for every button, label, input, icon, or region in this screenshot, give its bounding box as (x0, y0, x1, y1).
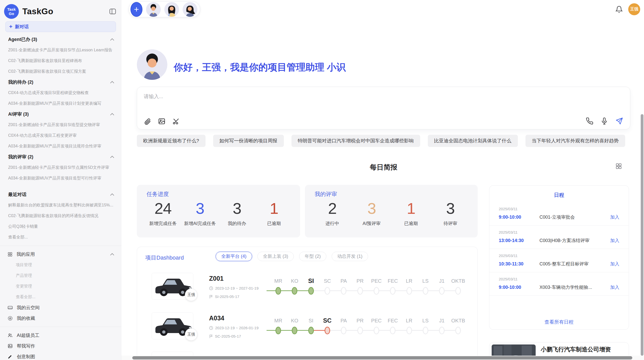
sidebar-item-ai-staff[interactable]: AI超级员工 (0, 330, 121, 341)
new-chat-button[interactable]: + 新对话 (5, 21, 116, 32)
join-meeting-link[interactable]: 加入 (610, 261, 619, 267)
list-item[interactable]: C02-飞腾新能源轻客改款项目的闭环通告反馈情况 (0, 211, 121, 221)
stat-new-done: 24 新增完成任务 (144, 200, 182, 227)
chat-input[interactable] (137, 87, 630, 112)
clock-icon (209, 326, 213, 330)
list-item[interactable]: Z001-全新燃油轻卡产品开发项目SI节点属性5D文件评审 (0, 162, 121, 173)
sidebar-item-product-mgmt[interactable]: 产品管理 (0, 270, 121, 281)
list-item[interactable]: 公司Q3轻卡销量 (0, 221, 121, 232)
filter-all-platform[interactable]: 全新平台 (4) (216, 252, 252, 261)
image-upload-icon[interactable] (158, 117, 166, 125)
suggestion-chip[interactable]: 比亚迪全固态电池计划具体说了什么 (428, 135, 518, 147)
milestone-dot (341, 287, 346, 295)
scissors-icon[interactable] (172, 117, 180, 125)
sidebar-item-cloud-space[interactable]: 我的云空间 (0, 302, 121, 313)
view-all-schedule-link[interactable]: 查看所有日程 (489, 319, 629, 325)
project-flag-milestone: SC-2025-05-17 (209, 334, 241, 338)
layout-grid-icon[interactable] (616, 163, 622, 169)
plus-icon: + (9, 24, 12, 29)
sidebar-item-my-apps[interactable]: 我的应用 (0, 249, 121, 260)
milestone-dot (357, 287, 363, 295)
chevron-up-icon[interactable] (110, 193, 114, 196)
user-avatar[interactable]: 王强 (628, 3, 640, 15)
join-meeting-link[interactable]: 加入 (610, 284, 619, 290)
star-badge-icon (8, 316, 13, 321)
agent-avatar-3[interactable] (183, 2, 197, 17)
schedule-name: C003|H0B-方案冻结评审 (539, 237, 607, 244)
people-icon (8, 333, 13, 338)
section-my-review[interactable]: 我的评审 (2) (0, 152, 121, 162)
chevron-up-icon[interactable] (110, 253, 114, 256)
card-title: 任务进度 (147, 190, 169, 198)
project-dates: 2023-12-19 ~ 2027-01-19 (209, 286, 259, 290)
suggestion-chip[interactable]: 当下年轻人对汽车外观有怎样的喜好趋势 (525, 135, 625, 147)
stat-overdue: 1 已逾期 (256, 200, 293, 227)
section-my-todo[interactable]: 我的待办 (2) (0, 77, 121, 87)
milestone-label-active: SI (308, 277, 314, 285)
suggestion-chip[interactable]: 特朗普可能对进口汽车增税会对中国车企造成哪些影响 (291, 135, 420, 147)
app-logo: Task Go (4, 4, 19, 19)
add-agent-button[interactable]: + (130, 2, 142, 17)
pen-icon (8, 354, 13, 359)
view-all-chats[interactable]: 查看全部... (0, 232, 121, 243)
schedule-date: 2025/03/11 (499, 207, 619, 211)
chevron-up-icon[interactable] (110, 113, 114, 116)
list-item[interactable]: 解释最新出台的欧盟报废车法规再生塑料比例被调至15%... (0, 200, 121, 211)
join-meeting-link[interactable]: 加入 (610, 237, 619, 244)
schedule-time: 9:00-10:00 (499, 215, 539, 220)
milestone-label: MR (274, 317, 282, 324)
milestone-label: LS (422, 317, 429, 324)
vertical-scrollbar-thumb[interactable] (641, 114, 643, 356)
section-recent-chats[interactable]: 最近对话 (0, 189, 121, 200)
sidebar-item-change-mgmt[interactable]: 变更管理 (0, 281, 121, 292)
milestone-dot (308, 327, 314, 334)
stat-review-overdue: 1 已逾期 (391, 200, 431, 227)
filter-year-model[interactable]: 年型 (2) (299, 252, 326, 261)
list-item[interactable]: Z001-全新燃油皮卡产品开发项目SI节点Lesson Learn报告 (0, 45, 121, 55)
card-title: 我的评审 (315, 190, 337, 198)
chevron-up-icon[interactable] (110, 81, 114, 84)
attachment-icon[interactable] (144, 117, 151, 125)
list-item[interactable]: C02-飞腾新能源轻客改款项目里程碑画布 (0, 55, 121, 66)
sidebar-item-help-write[interactable]: 帮我写作 (0, 341, 121, 351)
filter-new-body[interactable]: 全新上装 (3) (257, 252, 294, 261)
send-icon[interactable] (615, 117, 623, 125)
agent-avatar-2[interactable] (164, 2, 179, 17)
list-item[interactable]: Z001-全新燃油轻卡产品开发项目SI造型提交物评审 (0, 119, 121, 130)
daily-briefing-title: 每日简报 (137, 163, 630, 172)
section-ai-review[interactable]: AI评审 (3) (0, 109, 121, 119)
sidebar-item-creative-draw[interactable]: 创意制图 (0, 351, 121, 360)
join-meeting-link[interactable]: 加入 (610, 214, 619, 220)
suggestion-chip[interactable]: 如何写一份清晰的项目周报 (213, 135, 284, 147)
list-item[interactable]: C02-飞腾新能源轻客改款项目立项汇报方案 (0, 66, 121, 77)
horizontal-scrollbar-thumb[interactable] (132, 356, 632, 359)
project-flag-milestone: SI-2025-05-17 (209, 294, 239, 299)
milestone-dot (439, 327, 445, 334)
chevron-up-icon[interactable] (110, 156, 114, 158)
list-item[interactable]: C0X4-动力总成开发项目SI里程碑提交物检查 (0, 87, 121, 98)
section-agent-done[interactable]: Agent已办 (3) (0, 34, 121, 45)
suggestion-chip[interactable]: 欧洲新规最近颁布了什么? (137, 135, 206, 147)
list-item[interactable]: C0X4-动力总成开发项目工程变更评审 (0, 130, 121, 141)
schedule-name: C001-立项审批会 (539, 214, 607, 220)
notification-bell-icon[interactable] (615, 5, 623, 13)
project-owner-badge: 王强 (185, 289, 197, 301)
milestone-label: PEC (371, 317, 382, 324)
sidebar-item-project-mgmt[interactable]: 项目管理 (0, 260, 121, 270)
microphone-icon[interactable] (601, 117, 608, 125)
sidebar-item-favorites[interactable]: 我的收藏 (0, 313, 121, 324)
list-item[interactable]: A034-全新新能源MUV产品开发项目造型可行性评审 (0, 173, 121, 184)
project-row[interactable]: 王强 A034 2023-12-19 ~ 2026-01-19 SC-2025-… (137, 312, 477, 351)
project-row[interactable]: 王强 Z001 2023-12-19 ~ 2027-01-19 SI-2025-… (137, 273, 477, 311)
sidebar-item-view-all-apps[interactable]: 查看全部... (0, 292, 121, 302)
milestone-label: PR (357, 277, 364, 285)
list-item[interactable]: A034-全新新能源MUV产品开发项目计划变更表编写 (0, 98, 121, 109)
agent-avatar-1[interactable] (146, 2, 161, 17)
chevron-up-icon[interactable] (110, 38, 114, 41)
milestone-dot (357, 327, 363, 334)
sidebar-collapse-icon[interactable] (109, 8, 116, 14)
list-item[interactable]: A034-全新新能源MUV产品开发项目法规符合性评审 (0, 141, 121, 152)
filter-powertrain[interactable]: 动总开发 (1) (332, 252, 368, 261)
milestone-label-active: SC (323, 317, 331, 324)
phone-call-icon[interactable] (586, 117, 593, 125)
